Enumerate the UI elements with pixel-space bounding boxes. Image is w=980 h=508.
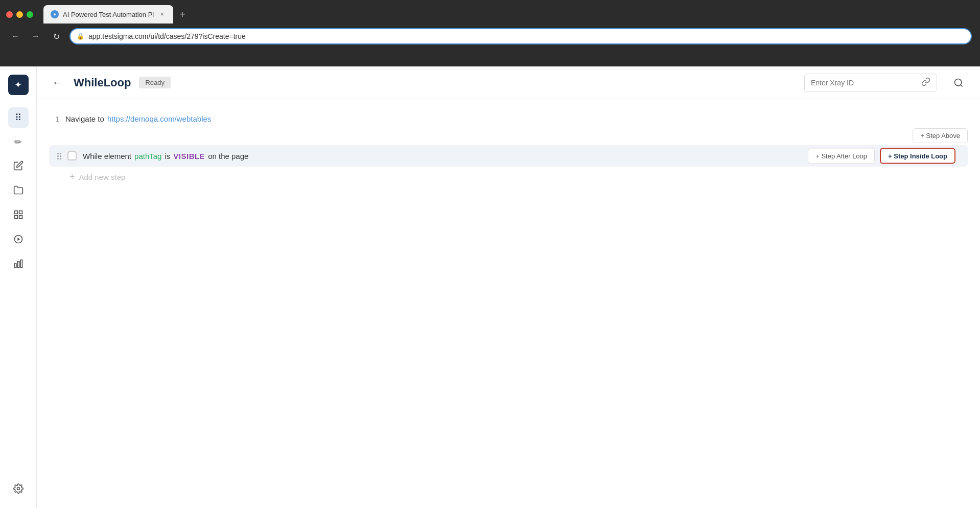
new-tab-button[interactable]: + — [175, 9, 190, 20]
while-keyword: While element — [83, 152, 131, 160]
search-button[interactable] — [949, 74, 968, 92]
page-title: WhileLoop — [74, 76, 131, 89]
svg-rect-6 — [14, 264, 16, 268]
add-icon: + — [69, 172, 75, 182]
link-icon — [921, 77, 930, 88]
on-the-page-text: on the page — [208, 152, 248, 160]
svg-rect-0 — [14, 211, 17, 214]
status-badge: Ready — [139, 77, 171, 88]
traffic-lights — [6, 11, 33, 18]
step-above-button[interactable]: + Step Above — [913, 128, 968, 143]
step-1-text: Navigate to https://demoqa.com/webtables — [65, 114, 211, 123]
app-layout: ✦ ⠿ ✏ — [0, 66, 980, 508]
url-text: app.testsigma.com/ui/td/cases/279?isCrea… — [88, 32, 246, 40]
visible-keyword: VISIBLE — [173, 152, 205, 160]
lock-icon: 🔒 — [77, 33, 84, 40]
step-above-container: + Step Above — [37, 128, 980, 145]
sidebar-item-pencil[interactable] — [8, 156, 29, 177]
sidebar-item-folder[interactable] — [8, 181, 29, 201]
sidebar-item-dashboard[interactable] — [8, 205, 29, 226]
svg-rect-3 — [14, 215, 17, 218]
xray-id-input[interactable] — [811, 79, 917, 87]
drag-dot — [60, 158, 61, 159]
svg-marker-5 — [17, 237, 20, 241]
browser-chrome: ● AI Powered Test Automation Pl × + ← → … — [0, 0, 980, 66]
while-loop-container: While element pathTag is VISIBLE on the … — [37, 145, 980, 188]
back-button[interactable]: ← — [8, 29, 22, 43]
browser-tab[interactable]: ● AI Powered Test Automation Pl × — [43, 5, 173, 24]
steps-area: 1 Navigate to https://demoqa.com/webtabl… — [37, 99, 980, 508]
pencil-icon — [13, 160, 24, 173]
maximize-window-button[interactable] — [27, 11, 33, 18]
chart-icon — [13, 259, 24, 271]
close-window-button[interactable] — [6, 11, 13, 18]
drag-dot — [57, 155, 59, 157]
tab-title: AI Powered Test Automation Pl — [63, 11, 154, 18]
drag-dot — [57, 158, 59, 159]
navigate-url[interactable]: https://demoqa.com/webtables — [107, 114, 211, 123]
svg-rect-8 — [20, 260, 22, 267]
add-step-label: Add new step — [79, 173, 126, 181]
element-name[interactable]: pathTag — [134, 152, 161, 160]
sidebar-logo: ✦ — [8, 75, 29, 95]
settings-icon — [13, 483, 24, 496]
back-arrow-icon: ← — [52, 77, 62, 88]
drag-dot — [60, 153, 61, 154]
add-new-step-row[interactable]: + Add new step — [49, 167, 968, 188]
sidebar-item-grid[interactable]: ⠿ — [8, 107, 29, 128]
back-navigation-button[interactable]: ← — [49, 75, 65, 91]
sidebar-item-settings[interactable] — [8, 479, 29, 500]
page-header: ← WhileLoop Ready — [37, 66, 980, 99]
step-inside-loop-button[interactable]: + Step Inside Loop — [880, 148, 955, 164]
refresh-button[interactable]: ↻ — [49, 29, 63, 43]
navigate-label: Navigate to — [65, 114, 104, 123]
edit-icon: ✏ — [14, 136, 22, 148]
sidebar-item-play[interactable] — [8, 230, 29, 250]
sidebar-item-chart[interactable] — [8, 255, 29, 275]
play-icon — [13, 234, 24, 247]
step-checkbox[interactable] — [67, 151, 77, 160]
while-loop-text: While element pathTag is VISIBLE on the … — [83, 152, 248, 160]
main-content: ← WhileLoop Ready — [37, 66, 980, 508]
svg-line-11 — [961, 84, 963, 86]
drag-dot — [57, 153, 59, 154]
svg-rect-7 — [17, 261, 19, 267]
forward-button[interactable]: → — [29, 29, 43, 43]
sidebar-item-edit[interactable]: ✏ — [8, 132, 29, 152]
step-after-loop-button[interactable]: + Step After Loop — [808, 148, 875, 164]
folder-icon — [13, 185, 24, 198]
svg-rect-2 — [19, 215, 22, 218]
address-bar-row: ← → ↻ 🔒 app.testsigma.com/ui/td/cases/27… — [0, 25, 980, 48]
minimize-window-button[interactable] — [16, 11, 23, 18]
step-1-number: 1 — [49, 115, 59, 123]
svg-rect-1 — [19, 211, 22, 214]
tab-favicon: ● — [51, 10, 59, 18]
svg-point-10 — [955, 79, 962, 85]
xray-input-container — [804, 74, 937, 92]
drag-dot — [60, 155, 61, 157]
while-step-row: While element pathTag is VISIBLE on the … — [49, 145, 968, 167]
address-bar[interactable]: 🔒 app.testsigma.com/ui/td/cases/279?isCr… — [69, 28, 972, 44]
sidebar: ✦ ⠿ ✏ — [0, 66, 37, 508]
drag-handle[interactable] — [57, 153, 61, 159]
is-keyword: is — [165, 152, 170, 160]
tab-bar: ● AI Powered Test Automation Pl × + — [0, 0, 980, 25]
grid-icon: ⠿ — [15, 112, 21, 123]
dashboard-icon — [13, 210, 24, 222]
logo-icon: ✦ — [14, 79, 22, 90]
step-actions: + Step After Loop + Step Inside Loop — [808, 148, 955, 164]
drag-dots — [57, 153, 61, 159]
tab-close-button[interactable]: × — [158, 10, 166, 18]
svg-point-9 — [17, 487, 19, 490]
step-1-row: 1 Navigate to https://demoqa.com/webtabl… — [37, 109, 980, 128]
